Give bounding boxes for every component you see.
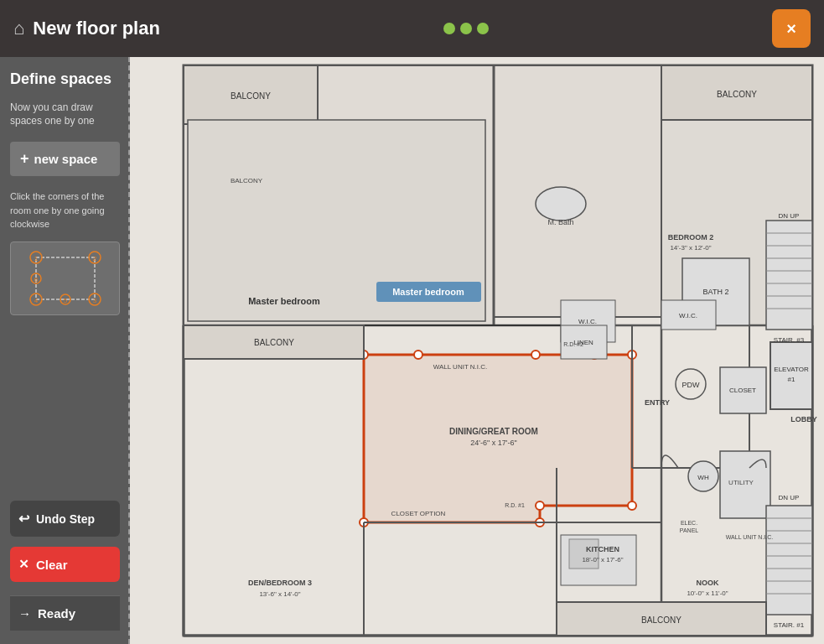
home-icon: ⌂	[13, 18, 24, 39]
header-left: ⌂ New floor plan	[13, 18, 160, 39]
svg-text:WALL UNIT N.I.C.: WALL UNIT N.I.C.	[433, 363, 488, 371]
ready-label: Ready	[38, 606, 75, 621]
svg-text:BALCONY: BALCONY	[231, 177, 263, 184]
svg-text:ELEVATOR: ELEVATOR	[774, 366, 809, 373]
close-button[interactable]: ×	[772, 9, 811, 48]
svg-text:R.D. #2: R.D. #2	[563, 341, 583, 347]
svg-point-29	[414, 351, 422, 359]
svg-text:14'-3" x 12'-0": 14'-3" x 12'-0"	[670, 244, 711, 252]
svg-text:DN    UP: DN UP	[779, 212, 800, 220]
new-space-label: new space	[34, 152, 98, 166]
svg-point-86	[536, 187, 586, 221]
arrow-right-icon: →	[18, 606, 31, 621]
svg-text:#1: #1	[788, 376, 795, 383]
instructions-text: Click the corners of the room one by one…	[10, 190, 120, 231]
svg-text:5: 5	[63, 297, 67, 304]
clear-label: Clear	[36, 558, 68, 572]
svg-text:KITCHEN: KITCHEN	[586, 545, 619, 553]
new-space-button[interactable]: + new space	[10, 142, 120, 176]
svg-point-24	[628, 501, 636, 510]
svg-text:STAIR. #1: STAIR. #1	[774, 621, 805, 629]
svg-text:PDW: PDW	[682, 381, 701, 389]
corner-diagram: 1 2 3 4 5 6	[10, 242, 120, 315]
main-content: Define spaces Now you can draw spaces on…	[0, 57, 824, 644]
svg-text:ELEC.: ELEC.	[681, 520, 697, 526]
dot-3	[477, 23, 489, 34]
undo-icon: ↩	[18, 511, 29, 527]
svg-rect-0	[36, 257, 95, 299]
svg-text:24'-6" x 17'-6": 24'-6" x 17'-6"	[470, 439, 516, 447]
svg-text:WALL UNIT N.I.C.: WALL UNIT N.I.C.	[726, 534, 774, 540]
sidebar-subtitle: Now you can draw spaces one by one	[10, 101, 120, 129]
svg-point-25	[536, 501, 544, 510]
svg-text:BALCONY: BALCONY	[231, 91, 271, 101]
svg-text:W.I.C.: W.I.C.	[679, 312, 697, 319]
svg-text:NOOK: NOOK	[697, 579, 720, 587]
floorplan-area[interactable]: BALCONY BALCONY	[130, 57, 824, 644]
svg-text:DINING/GREAT ROOM: DINING/GREAT ROOM	[449, 427, 538, 436]
undo-label: Undo Step	[36, 512, 95, 526]
svg-text:PANEL: PANEL	[680, 527, 699, 533]
svg-text:ENTRY: ENTRY	[645, 398, 670, 407]
sidebar-title: Define spaces	[10, 70, 120, 89]
svg-text:4: 4	[34, 297, 38, 304]
clear-icon: ✕	[18, 557, 29, 572]
svg-text:CLOSET: CLOSET	[729, 387, 756, 394]
sidebar: Define spaces Now you can draw spaces on…	[0, 57, 130, 644]
app-title: New floor plan	[33, 18, 160, 39]
svg-text:BALCONY: BALCONY	[641, 615, 681, 625]
sidebar-spacer	[10, 325, 120, 491]
svg-text:2: 2	[92, 255, 96, 262]
close-icon: ×	[786, 19, 796, 39]
dot-2	[460, 23, 472, 34]
svg-text:UTILITY: UTILITY	[728, 479, 754, 486]
header: ⌂ New floor plan ×	[0, 0, 824, 57]
svg-rect-88	[569, 539, 599, 569]
svg-text:BALCONY: BALCONY	[717, 90, 757, 99]
svg-text:6: 6	[34, 276, 38, 283]
svg-text:DN    UP: DN UP	[779, 494, 800, 501]
dot-1	[443, 23, 455, 34]
header-dots	[443, 23, 489, 34]
svg-text:BALCONY: BALCONY	[254, 338, 294, 347]
svg-text:CLOSET OPTION: CLOSET OPTION	[391, 510, 446, 517]
clear-button[interactable]: ✕ Clear	[10, 547, 120, 582]
svg-rect-64	[766, 506, 812, 615]
svg-text:13'-6" x 14'-0": 13'-6" x 14'-0"	[259, 590, 300, 598]
svg-text:BEDROOM 2: BEDROOM 2	[668, 233, 714, 242]
svg-text:R.D. #1: R.D. #1	[505, 502, 525, 508]
ready-button[interactable]: → Ready	[10, 595, 120, 631]
svg-point-30	[531, 351, 540, 359]
svg-text:Master bedroom: Master bedroom	[392, 287, 464, 297]
svg-text:M. Bath: M. Bath	[547, 218, 573, 226]
svg-text:STAIR. #3: STAIR. #3	[774, 336, 805, 344]
svg-text:3: 3	[92, 297, 96, 304]
plus-icon: +	[20, 150, 29, 168]
svg-text:DEN/BEDROOM 3: DEN/BEDROOM 3	[248, 579, 312, 587]
svg-text:1: 1	[34, 255, 38, 262]
svg-text:Master bedroom: Master bedroom	[248, 296, 320, 306]
svg-text:W.I.C.: W.I.C.	[578, 318, 597, 325]
svg-rect-54	[766, 221, 812, 330]
svg-text:18'-0" x 17'-6": 18'-0" x 17'-6"	[582, 556, 623, 564]
svg-text:10'-0" x 11'-0": 10'-0" x 11'-0"	[687, 589, 728, 597]
undo-step-button[interactable]: ↩ Undo Step	[10, 501, 120, 537]
svg-text:LOBBY: LOBBY	[790, 415, 817, 423]
svg-text:BATH 2: BATH 2	[703, 288, 729, 296]
svg-text:WH: WH	[697, 474, 709, 481]
